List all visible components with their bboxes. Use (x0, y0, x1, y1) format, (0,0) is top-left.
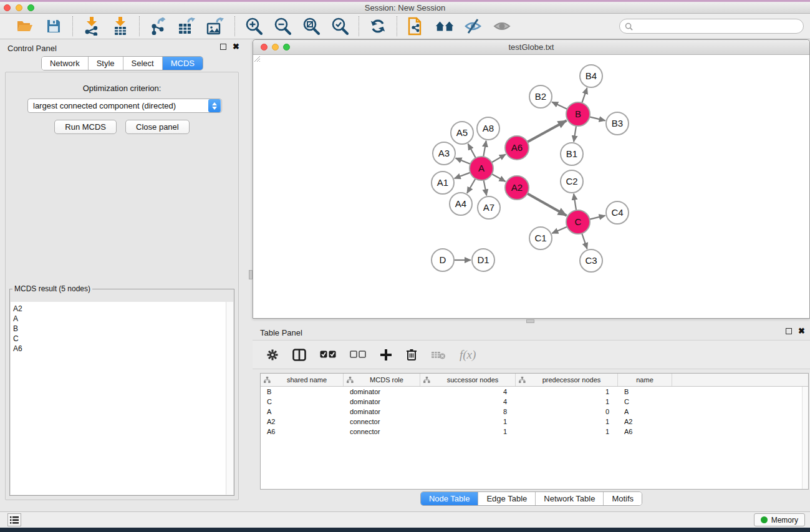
column-header-shared-name[interactable]: shared name (261, 374, 344, 386)
mcds-result-item[interactable]: A (13, 314, 226, 324)
edge-C-C2[interactable] (574, 194, 576, 210)
mcds-result-item[interactable]: B (13, 324, 226, 334)
graph-node-C[interactable]: C (566, 210, 590, 234)
mcds-result-item[interactable]: A6 (13, 344, 226, 354)
edge-A-A2[interactable] (492, 174, 506, 181)
tab-network[interactable]: Network (42, 57, 88, 70)
tab-mcds[interactable]: MCDS (162, 57, 203, 70)
table-cell[interactable]: A (618, 407, 672, 417)
table-cell[interactable]: 1 (420, 427, 516, 437)
network-graph[interactable]: AA1A2A3A4A5A6A7A8BB1B2B3B4CC1C2C3C4DD1 (253, 55, 809, 318)
edge-A-A4[interactable] (467, 178, 475, 193)
table-cell[interactable]: A6 (261, 427, 344, 437)
column-header-successor-nodes[interactable]: successor nodes (420, 374, 516, 386)
zoom-fit-icon[interactable] (301, 16, 321, 36)
table-cell[interactable]: 8 (420, 407, 516, 417)
edge-C-C1[interactable] (552, 227, 567, 233)
edge-A-A3[interactable] (456, 158, 471, 164)
graph-node-C2[interactable]: C2 (561, 170, 583, 193)
table-float-panel-icon[interactable] (786, 328, 792, 334)
graph-node-A3[interactable]: A3 (433, 142, 455, 165)
table-scrollbar[interactable] (802, 387, 808, 489)
tab-motifs[interactable]: Motifs (603, 492, 642, 505)
table-cell[interactable]: C (261, 397, 344, 407)
zoom-in-icon[interactable] (244, 16, 264, 36)
table-cell[interactable]: 1 (516, 417, 618, 427)
export-table-icon[interactable] (177, 16, 197, 36)
table-cell[interactable]: A2 (618, 417, 672, 427)
edge-A-A7[interactable] (484, 180, 487, 196)
tab-style[interactable]: Style (88, 57, 123, 70)
table-cell[interactable]: dominator (344, 397, 420, 407)
hide-selected-icon[interactable] (463, 16, 483, 36)
resize-grip[interactable] (253, 55, 261, 62)
graph-node-A5[interactable]: A5 (451, 122, 473, 144)
table-close-panel-icon[interactable]: ✖ (798, 328, 805, 334)
graph-node-A4[interactable]: A4 (450, 193, 472, 215)
tab-edge-table[interactable]: Edge Table (478, 492, 535, 505)
graph-node-B4[interactable]: B4 (580, 65, 602, 87)
mcds-result-scrollbar[interactable] (226, 302, 233, 495)
show-columns-icon[interactable] (292, 349, 306, 361)
table-cell[interactable]: 0 (516, 407, 618, 417)
table-row[interactable]: Adominator80A (261, 407, 808, 417)
table-cell[interactable]: 1 (516, 387, 618, 397)
table-row[interactable]: A6connector11A6 (261, 427, 808, 437)
edge-A6-B[interactable] (528, 120, 567, 142)
export-network-icon[interactable] (148, 16, 168, 36)
table-options-icon[interactable] (266, 349, 279, 361)
show-all-icon[interactable] (492, 16, 512, 36)
tab-node-table[interactable]: Node Table (421, 492, 478, 505)
table-row[interactable]: A2connector11A2 (261, 417, 808, 427)
table-cell[interactable]: 1 (516, 397, 618, 407)
delete-column-icon[interactable] (406, 348, 417, 361)
mcds-result-item[interactable]: C (13, 334, 226, 344)
run-mcds-button[interactable]: Run MCDS (54, 120, 117, 134)
table-cell[interactable]: 4 (420, 387, 516, 397)
edge-B-B3[interactable] (589, 117, 605, 120)
edge-B-B1[interactable] (574, 126, 576, 142)
tab-network-table[interactable]: Network Table (535, 492, 603, 505)
import-table-icon[interactable] (110, 16, 130, 36)
criterion-dropdown[interactable]: largest connected component (directed) (27, 99, 222, 113)
table-cell[interactable]: dominator (344, 387, 420, 397)
graph-node-A8[interactable]: A8 (477, 117, 499, 140)
task-history-button[interactable] (7, 513, 21, 526)
table-cell[interactable]: connector (344, 427, 420, 437)
graph-node-C3[interactable]: C3 (580, 249, 602, 272)
zoom-selected-icon[interactable] (330, 16, 350, 36)
memory-button[interactable]: Memory (754, 513, 805, 526)
edge-A-A6[interactable] (491, 155, 505, 163)
close-panel-button[interactable]: Close panel (125, 120, 190, 134)
table-cell[interactable]: 1 (516, 427, 618, 437)
select-all-icon[interactable] (320, 351, 336, 359)
graph-node-B[interactable]: B (566, 102, 590, 126)
edge-A-A1[interactable] (455, 173, 470, 178)
mcds-result-item[interactable]: A2 (13, 304, 226, 314)
column-header-MCDS-role[interactable]: MCDS role (344, 374, 420, 386)
zoom-out-icon[interactable] (272, 16, 292, 36)
edge-C-C3[interactable] (582, 233, 587, 249)
table-row[interactable]: Bdominator41B (261, 387, 808, 397)
graph-node-A[interactable]: A (470, 157, 493, 180)
close-panel-icon[interactable]: ✖ (233, 44, 239, 50)
graph-node-C1[interactable]: C1 (529, 227, 552, 249)
table-cell[interactable]: A2 (261, 417, 344, 427)
float-panel-icon[interactable] (220, 44, 226, 50)
edge-A2-C[interactable] (528, 193, 567, 215)
graph-node-B1[interactable]: B1 (561, 143, 583, 165)
graph-node-A2[interactable]: A2 (505, 176, 529, 200)
table-cell[interactable]: 1 (420, 417, 516, 427)
table-cell[interactable]: A6 (618, 427, 672, 437)
graph-node-A7[interactable]: A7 (478, 196, 500, 219)
export-image-icon[interactable] (206, 16, 226, 36)
network-horizontal-scrollbar-thumb[interactable] (526, 319, 534, 323)
import-network-icon[interactable] (82, 16, 102, 36)
add-column-icon[interactable] (380, 349, 392, 361)
table-row[interactable]: Cdominator41C (261, 397, 808, 407)
table-cell[interactable]: B (261, 387, 344, 397)
table-cell[interactable]: C (618, 397, 672, 407)
search-field[interactable] (619, 19, 804, 34)
graph-node-C4[interactable]: C4 (606, 201, 629, 224)
first-neighbors-icon[interactable] (435, 16, 455, 36)
